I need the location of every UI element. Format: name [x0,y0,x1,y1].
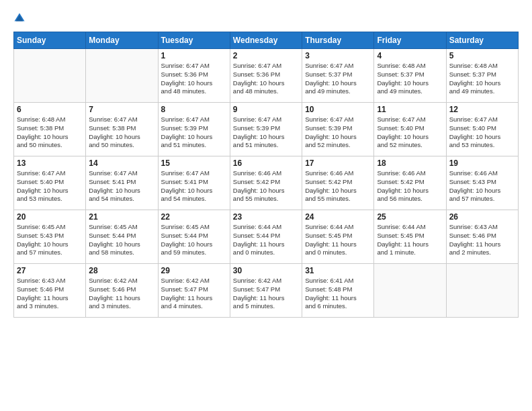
calendar-cell: 26Sunrise: 6:43 AMSunset: 5:46 PMDayligh… [446,210,518,264]
calendar-header-cell: Saturday [446,32,518,49]
calendar-header-cell: Thursday [302,32,374,49]
day-number: 8 [161,105,227,114]
calendar-cell: 31Sunrise: 6:41 AMSunset: 5:48 PMDayligh… [302,264,374,318]
cell-sun-info: Sunrise: 6:45 AMSunset: 5:43 PMDaylight:… [17,223,83,257]
calendar-cell: 19Sunrise: 6:46 AMSunset: 5:43 PMDayligh… [446,156,518,210]
cell-sun-info: Sunrise: 6:47 AMSunset: 5:36 PMDaylight:… [233,62,299,96]
cell-sun-info: Sunrise: 6:47 AMSunset: 5:38 PMDaylight:… [89,116,154,150]
calendar-cell: 3Sunrise: 6:47 AMSunset: 5:37 PMDaylight… [302,49,374,103]
cell-sun-info: Sunrise: 6:43 AMSunset: 5:46 PMDaylight:… [449,223,515,257]
calendar-week-row: 1Sunrise: 6:47 AMSunset: 5:36 PMDaylight… [14,49,519,103]
calendar-cell: 22Sunrise: 6:45 AMSunset: 5:44 PMDayligh… [158,210,230,264]
day-number: 4 [377,51,443,60]
day-number: 30 [233,266,299,275]
day-number: 6 [17,105,83,114]
calendar-week-row: 6Sunrise: 6:48 AMSunset: 5:38 PMDaylight… [14,103,519,156]
cell-sun-info: Sunrise: 6:47 AMSunset: 5:41 PMDaylight:… [89,169,154,203]
cell-sun-info: Sunrise: 6:44 AMSunset: 5:45 PMDaylight:… [377,223,443,257]
calendar-header-cell: Wednesday [230,32,302,49]
cell-sun-info: Sunrise: 6:42 AMSunset: 5:46 PMDaylight:… [89,277,154,311]
calendar-header-row: SundayMondayTuesdayWednesdayThursdayFrid… [14,32,519,49]
day-number: 16 [233,158,299,168]
header [13,11,519,25]
calendar-cell: 11Sunrise: 6:47 AMSunset: 5:40 PMDayligh… [374,103,446,156]
day-number: 22 [161,212,227,222]
day-number: 31 [305,266,371,275]
calendar-cell: 13Sunrise: 6:47 AMSunset: 5:40 PMDayligh… [14,156,86,210]
calendar-cell: 18Sunrise: 6:46 AMSunset: 5:42 PMDayligh… [374,156,446,210]
cell-sun-info: Sunrise: 6:42 AMSunset: 5:47 PMDaylight:… [161,277,227,311]
logo-icon [13,12,26,24]
day-number: 24 [305,212,371,222]
day-number: 10 [305,105,371,114]
calendar-cell: 23Sunrise: 6:44 AMSunset: 5:44 PMDayligh… [230,210,302,264]
calendar-cell: 5Sunrise: 6:48 AMSunset: 5:37 PMDaylight… [446,49,518,103]
calendar-cell [446,264,518,318]
cell-sun-info: Sunrise: 6:46 AMSunset: 5:42 PMDaylight:… [233,169,299,203]
day-number: 15 [161,158,227,168]
day-number: 14 [89,158,154,168]
calendar-cell: 9Sunrise: 6:47 AMSunset: 5:39 PMDaylight… [230,103,302,156]
calendar-cell: 21Sunrise: 6:45 AMSunset: 5:44 PMDayligh… [86,210,158,264]
cell-sun-info: Sunrise: 6:42 AMSunset: 5:47 PMDaylight:… [233,277,299,311]
cell-sun-info: Sunrise: 6:41 AMSunset: 5:48 PMDaylight:… [305,277,371,311]
day-number: 29 [161,266,227,275]
cell-sun-info: Sunrise: 6:46 AMSunset: 5:43 PMDaylight:… [449,169,515,203]
cell-sun-info: Sunrise: 6:46 AMSunset: 5:42 PMDaylight:… [377,169,443,203]
calendar-cell: 25Sunrise: 6:44 AMSunset: 5:45 PMDayligh… [374,210,446,264]
cell-sun-info: Sunrise: 6:47 AMSunset: 5:39 PMDaylight:… [233,116,299,150]
cell-sun-info: Sunrise: 6:47 AMSunset: 5:41 PMDaylight:… [161,169,227,203]
calendar-week-row: 20Sunrise: 6:45 AMSunset: 5:43 PMDayligh… [14,210,519,264]
day-number: 19 [449,158,515,168]
day-number: 28 [89,266,154,275]
cell-sun-info: Sunrise: 6:46 AMSunset: 5:42 PMDaylight:… [305,169,371,203]
calendar-cell: 29Sunrise: 6:42 AMSunset: 5:47 PMDayligh… [158,264,230,318]
cell-sun-info: Sunrise: 6:44 AMSunset: 5:44 PMDaylight:… [233,223,299,257]
cell-sun-info: Sunrise: 6:47 AMSunset: 5:39 PMDaylight:… [161,116,227,150]
calendar-week-row: 27Sunrise: 6:43 AMSunset: 5:46 PMDayligh… [14,264,519,318]
calendar-header-cell: Tuesday [158,32,230,49]
cell-sun-info: Sunrise: 6:47 AMSunset: 5:39 PMDaylight:… [305,116,371,150]
day-number: 9 [233,105,299,114]
calendar-cell: 15Sunrise: 6:47 AMSunset: 5:41 PMDayligh… [158,156,230,210]
cell-sun-info: Sunrise: 6:44 AMSunset: 5:45 PMDaylight:… [305,223,371,257]
calendar-cell [86,49,158,103]
calendar-cell: 17Sunrise: 6:46 AMSunset: 5:42 PMDayligh… [302,156,374,210]
cell-sun-info: Sunrise: 6:47 AMSunset: 5:40 PMDaylight:… [17,169,83,203]
cell-sun-info: Sunrise: 6:47 AMSunset: 5:37 PMDaylight:… [305,62,371,96]
day-number: 2 [233,51,299,60]
day-number: 20 [17,212,83,222]
cell-sun-info: Sunrise: 6:48 AMSunset: 5:37 PMDaylight:… [449,62,515,96]
page: SundayMondayTuesdayWednesdayThursdayFrid… [0,0,532,411]
calendar-cell [14,49,86,103]
calendar-cell: 12Sunrise: 6:47 AMSunset: 5:40 PMDayligh… [446,103,518,156]
day-number: 5 [449,51,515,60]
calendar-cell: 27Sunrise: 6:43 AMSunset: 5:46 PMDayligh… [14,264,86,318]
calendar-cell: 24Sunrise: 6:44 AMSunset: 5:45 PMDayligh… [302,210,374,264]
day-number: 11 [377,105,443,114]
day-number: 13 [17,158,83,168]
calendar-cell: 7Sunrise: 6:47 AMSunset: 5:38 PMDaylight… [86,103,158,156]
day-number: 27 [17,266,83,275]
logo [13,11,28,25]
calendar-cell: 6Sunrise: 6:48 AMSunset: 5:38 PMDaylight… [14,103,86,156]
day-number: 7 [89,105,154,114]
day-number: 18 [377,158,443,168]
day-number: 26 [449,212,515,222]
day-number: 12 [449,105,515,114]
calendar-header-cell: Monday [86,32,158,49]
calendar-cell: 30Sunrise: 6:42 AMSunset: 5:47 PMDayligh… [230,264,302,318]
calendar-table: SundayMondayTuesdayWednesdayThursdayFrid… [13,32,519,318]
calendar-cell: 20Sunrise: 6:45 AMSunset: 5:43 PMDayligh… [14,210,86,264]
cell-sun-info: Sunrise: 6:45 AMSunset: 5:44 PMDaylight:… [89,223,154,257]
day-number: 21 [89,212,154,222]
cell-sun-info: Sunrise: 6:45 AMSunset: 5:44 PMDaylight:… [161,223,227,257]
calendar-week-row: 13Sunrise: 6:47 AMSunset: 5:40 PMDayligh… [14,156,519,210]
cell-sun-info: Sunrise: 6:47 AMSunset: 5:40 PMDaylight:… [449,116,515,150]
cell-sun-info: Sunrise: 6:47 AMSunset: 5:40 PMDaylight:… [377,116,443,150]
calendar-cell: 8Sunrise: 6:47 AMSunset: 5:39 PMDaylight… [158,103,230,156]
day-number: 25 [377,212,443,222]
cell-sun-info: Sunrise: 6:48 AMSunset: 5:38 PMDaylight:… [17,116,83,150]
cell-sun-info: Sunrise: 6:43 AMSunset: 5:46 PMDaylight:… [17,277,83,311]
calendar-header-cell: Sunday [14,32,86,49]
